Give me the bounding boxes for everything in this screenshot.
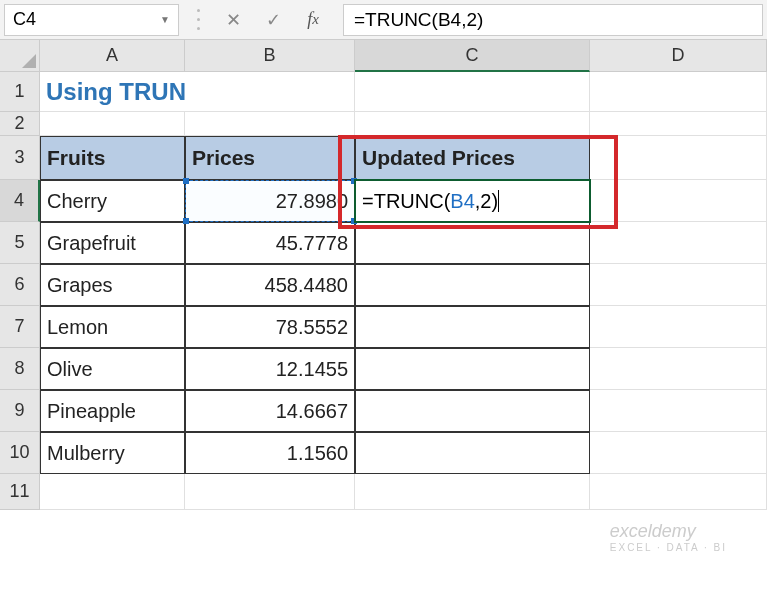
cancel-icon[interactable]: ✕: [213, 9, 253, 31]
cell-b11[interactable]: [185, 474, 355, 510]
row-header-3[interactable]: 3: [0, 136, 40, 180]
cell-d2[interactable]: [590, 112, 767, 136]
cell-fruit-0[interactable]: Cherry: [40, 180, 185, 222]
cell-c8[interactable]: [355, 348, 590, 390]
col-header-c[interactable]: C: [355, 40, 590, 72]
cell-c5[interactable]: [355, 222, 590, 264]
formula-input[interactable]: =TRUNC(B4,2): [343, 4, 763, 36]
text-cursor-icon: [498, 190, 499, 212]
cell-a11[interactable]: [40, 474, 185, 510]
fx-icon[interactable]: fx: [293, 9, 333, 30]
chevron-down-icon[interactable]: ▼: [160, 14, 170, 25]
cell-price-4[interactable]: 12.1455: [185, 348, 355, 390]
select-all-corner[interactable]: [0, 40, 40, 72]
cell-c7[interactable]: [355, 306, 590, 348]
row-header-6[interactable]: 6: [0, 264, 40, 306]
enter-icon[interactable]: ✓: [253, 9, 293, 31]
spreadsheet-grid: A B C D 1 Using TRUNC Function 2 3 Fruit…: [0, 40, 767, 510]
cell-price-0-referenced[interactable]: 27.8980: [185, 180, 355, 222]
cell-d9[interactable]: [590, 390, 767, 432]
row-header-9[interactable]: 9: [0, 390, 40, 432]
col-header-a[interactable]: A: [40, 40, 185, 72]
cell-price-6[interactable]: 1.1560: [185, 432, 355, 474]
cell-price-1[interactable]: 45.7778: [185, 222, 355, 264]
row-header-8[interactable]: 8: [0, 348, 40, 390]
cell-fruit-3[interactable]: Lemon: [40, 306, 185, 348]
cell-c9[interactable]: [355, 390, 590, 432]
cell-fruit-2[interactable]: Grapes: [40, 264, 185, 306]
row-header-10[interactable]: 10: [0, 432, 40, 474]
separator-dots-icon: [197, 6, 203, 34]
formula-text: =TRUNC(B4,2): [354, 9, 483, 31]
cell-fruit-1[interactable]: Grapefruit: [40, 222, 185, 264]
cell-c4-active[interactable]: =TRUNC(B4,2): [355, 180, 590, 222]
cell-c1[interactable]: [355, 72, 590, 112]
row-header-4[interactable]: 4: [0, 180, 40, 222]
header-prices[interactable]: Prices: [185, 136, 355, 180]
cell-price-3[interactable]: 78.5552: [185, 306, 355, 348]
cell-fruit-6[interactable]: Mulberry: [40, 432, 185, 474]
cell-price-5[interactable]: 14.6667: [185, 390, 355, 432]
col-header-d[interactable]: D: [590, 40, 767, 72]
cell-d11[interactable]: [590, 474, 767, 510]
cell-d1[interactable]: [590, 72, 767, 112]
cell-price-2[interactable]: 458.4480: [185, 264, 355, 306]
header-fruits[interactable]: Fruits: [40, 136, 185, 180]
col-header-b[interactable]: B: [185, 40, 355, 72]
cell-b2[interactable]: [185, 112, 355, 136]
cell-a2[interactable]: [40, 112, 185, 136]
cell-d5[interactable]: [590, 222, 767, 264]
header-updated[interactable]: Updated Prices: [355, 136, 590, 180]
cell-d8[interactable]: [590, 348, 767, 390]
cell-c6[interactable]: [355, 264, 590, 306]
cell-b1[interactable]: [185, 72, 355, 112]
row-header-7[interactable]: 7: [0, 306, 40, 348]
name-box-value: C4: [13, 9, 36, 30]
cell-d7[interactable]: [590, 306, 767, 348]
cell-c11[interactable]: [355, 474, 590, 510]
cell-d3[interactable]: [590, 136, 767, 180]
row-header-2[interactable]: 2: [0, 112, 40, 136]
row-header-5[interactable]: 5: [0, 222, 40, 264]
watermark: exceldemy EXCEL · DATA · BI: [610, 521, 727, 553]
row-header-1[interactable]: 1: [0, 72, 40, 112]
cell-fruit-5[interactable]: Pineapple: [40, 390, 185, 432]
cell-d10[interactable]: [590, 432, 767, 474]
name-box[interactable]: C4 ▼: [4, 4, 179, 36]
row-header-11[interactable]: 11: [0, 474, 40, 510]
cell-fruit-4[interactable]: Olive: [40, 348, 185, 390]
formula-bar: C4 ▼ ✕ ✓ fx =TRUNC(B4,2): [0, 0, 767, 40]
cell-d6[interactable]: [590, 264, 767, 306]
cell-d4[interactable]: [590, 180, 767, 222]
title-cell[interactable]: Using TRUNC Function: [40, 72, 185, 112]
cell-c10[interactable]: [355, 432, 590, 474]
cell-c2[interactable]: [355, 112, 590, 136]
